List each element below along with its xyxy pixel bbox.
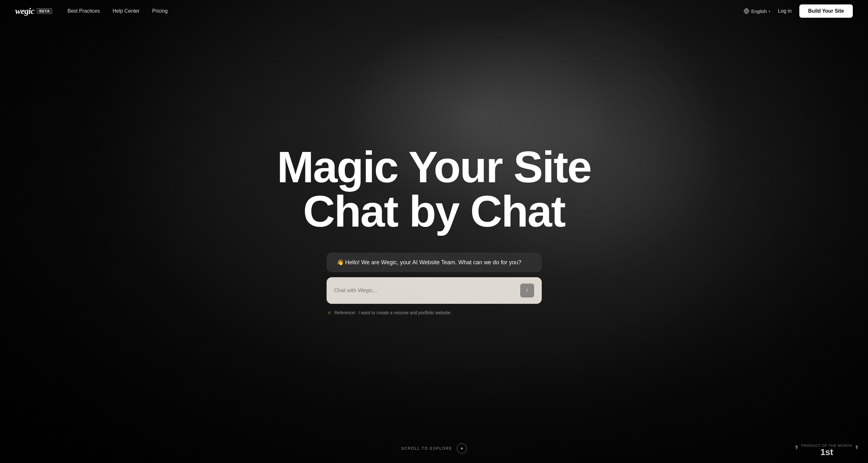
- hero-title-line2: Chat by Chat: [303, 186, 565, 236]
- nav-right: English ▾ Log in Build Your Site: [744, 4, 853, 18]
- badge-content: Product of the month 1st: [801, 443, 852, 457]
- navbar: wegic BETA Best Practices Help Center Pr…: [0, 0, 868, 22]
- login-link[interactable]: Log in: [778, 8, 792, 14]
- arrow-up-icon: ↑: [526, 287, 528, 294]
- badge-title: Product of the month: [801, 443, 852, 448]
- reference-hint: ⚡ Reference: I want to create a resume a…: [327, 310, 542, 315]
- hero-title-line1: Magic Your Site: [277, 142, 591, 192]
- logo[interactable]: wegic BETA: [15, 6, 52, 16]
- nav-pricing[interactable]: Pricing: [152, 8, 168, 14]
- scroll-circle: [457, 443, 467, 454]
- nav-left: wegic BETA Best Practices Help Center Pr…: [15, 6, 168, 16]
- chat-input-area[interactable]: ↑: [327, 277, 542, 304]
- nav-help-center[interactable]: Help Center: [113, 8, 140, 14]
- hero-title: Magic Your Site Chat by Chat: [277, 145, 591, 234]
- language-label: English: [751, 8, 767, 14]
- chat-input[interactable]: [334, 287, 520, 294]
- beta-badge: BETA: [37, 8, 52, 14]
- chevron-down-icon: ▾: [769, 9, 770, 13]
- globe-icon: [744, 8, 749, 14]
- send-button[interactable]: ↑: [520, 283, 534, 298]
- build-site-button[interactable]: Build Your Site: [799, 4, 853, 18]
- reference-label: Reference:: [335, 310, 356, 315]
- language-selector[interactable]: English ▾: [744, 8, 770, 14]
- product-badge: ❜ Product of the month 1st ❜: [795, 443, 859, 457]
- chat-greeting-text: 👋 Hello! We are Wegic, your AI Website T…: [337, 259, 522, 266]
- left-laurel-icon: ❜: [795, 443, 799, 457]
- nav-links: Best Practices Help Center Pricing: [67, 8, 168, 14]
- svg-point-1: [461, 447, 463, 450]
- badge-rank: 1st: [801, 448, 852, 457]
- reference-example: I want to create a resume and portfolio …: [359, 310, 452, 315]
- scroll-dot-icon: [460, 447, 463, 450]
- logo-text: wegic: [15, 6, 34, 16]
- bolt-icon: ⚡: [327, 310, 332, 315]
- scroll-indicator[interactable]: SCROLL TO EXPLORE: [401, 443, 467, 454]
- chat-greeting-bubble: 👋 Hello! We are Wegic, your AI Website T…: [327, 252, 542, 272]
- scroll-label: SCROLL TO EXPLORE: [401, 446, 452, 451]
- nav-best-practices[interactable]: Best Practices: [67, 8, 100, 14]
- right-laurel-icon: ❜: [855, 443, 859, 457]
- hero-section: Magic Your Site Chat by Chat 👋 Hello! We…: [0, 22, 868, 463]
